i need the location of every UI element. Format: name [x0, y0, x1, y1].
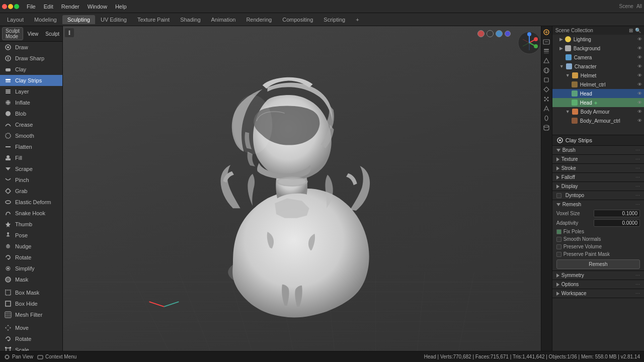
color-dot-dark[interactable]: [487, 30, 494, 37]
tool-thumb[interactable]: Thumb: [0, 219, 62, 230]
tool-rotate2[interactable]: Rotate: [0, 333, 62, 344]
tool-smooth[interactable]: Smooth: [0, 130, 62, 141]
character-eye-icon[interactable]: 👁: [637, 64, 642, 69]
tool-pose[interactable]: Pose: [0, 230, 62, 241]
color-dot-purple[interactable]: [505, 31, 511, 37]
helmet-ctrl-eye-icon[interactable]: 👁: [637, 82, 642, 87]
outliner-filter-icon[interactable]: ⊞: [629, 28, 633, 33]
view-layer-props-icon[interactable]: [542, 47, 550, 55]
tab-texture-paint[interactable]: Texture Paint: [132, 15, 175, 24]
physics-props-icon[interactable]: [542, 105, 550, 113]
outliner-item-head[interactable]: Head 👁: [552, 89, 644, 98]
data-props-icon[interactable]: [542, 124, 550, 132]
tool-elastic-deform[interactable]: Elastic Deform: [0, 197, 62, 208]
section-symmetry-header[interactable]: Symmetry ⋯: [552, 271, 644, 280]
tool-grab[interactable]: Grab: [0, 186, 62, 197]
tab-layout[interactable]: Layout: [2, 15, 29, 24]
menu-help[interactable]: Help: [112, 3, 130, 11]
section-stroke-header[interactable]: Stroke ⋯: [552, 164, 644, 172]
lighting-eye-icon[interactable]: 👁: [637, 37, 642, 42]
tool-crease[interactable]: Crease: [0, 119, 62, 130]
tool-mask[interactable]: Mask: [0, 274, 62, 285]
tab-compositing[interactable]: Compositing: [277, 15, 318, 24]
menu-window[interactable]: Window: [84, 3, 111, 11]
outliner-item-head-active[interactable]: Head ◆ 👁: [552, 98, 644, 107]
tool-move[interactable]: Move: [0, 322, 62, 333]
constraint-props-icon[interactable]: [542, 114, 550, 122]
viewport-menu-icon[interactable]: [65, 28, 74, 37]
preserve-paint-mask-checkbox[interactable]: [556, 252, 561, 257]
output-props-icon[interactable]: [542, 38, 550, 46]
minimize-button[interactable]: [8, 4, 13, 9]
tab-modeling[interactable]: Modeling: [29, 15, 62, 24]
header-sculpt[interactable]: Sculpt: [43, 31, 62, 37]
particle-props-icon[interactable]: [542, 95, 550, 103]
section-brush-header[interactable]: Brush ⋯: [552, 146, 644, 154]
background-eye-icon[interactable]: 👁: [637, 46, 642, 51]
scene-props-icon[interactable]: [542, 57, 550, 65]
outliner-item-body-armour-ctrl[interactable]: Body_Armour_ctrl 👁: [552, 116, 644, 125]
color-dot-red[interactable]: [477, 30, 485, 37]
voxel-size-input[interactable]: 0.1000: [594, 210, 640, 217]
tab-rendering[interactable]: Rendering: [241, 15, 277, 24]
color-dot-blue[interactable]: [496, 30, 503, 37]
tab-scripting[interactable]: Scripting: [318, 15, 350, 24]
section-texture-header[interactable]: Texture ⋯: [552, 155, 644, 163]
menu-edit[interactable]: Edit: [40, 3, 57, 11]
tool-nudge[interactable]: Nudge: [0, 241, 62, 252]
section-options-header[interactable]: Options ⋯: [552, 280, 644, 289]
head-active-eye-icon[interactable]: 👁: [637, 100, 642, 105]
viewport-gizmo[interactable]: [517, 30, 537, 50]
tool-rotate[interactable]: Rotate: [0, 252, 62, 263]
outliner-item-helmet[interactable]: ▼ Helmet 👁: [552, 71, 644, 80]
section-dyntopo-header[interactable]: Dyntopo ⋯: [552, 191, 644, 200]
tool-box-mask[interactable]: Box Mask: [0, 287, 62, 298]
camera-eye-icon[interactable]: 👁: [637, 55, 642, 60]
tool-flatten[interactable]: Flatten: [0, 141, 62, 152]
smooth-normals-checkbox[interactable]: [556, 237, 561, 242]
close-button[interactable]: [2, 4, 7, 9]
section-display-header[interactable]: Display ⋯: [552, 182, 644, 191]
outliner-item-background[interactable]: ▶ Background 👁: [552, 44, 644, 53]
tool-clay-strips[interactable]: Clay Strips: [0, 75, 62, 86]
tab-add[interactable]: +: [351, 15, 364, 24]
tool-scale[interactable]: Scale: [0, 344, 62, 351]
section-workspace-header[interactable]: Workspace ⋯: [552, 289, 644, 298]
tool-draw[interactable]: Draw: [0, 42, 62, 53]
helmet-eye-icon[interactable]: 👁: [637, 73, 642, 78]
object-props-icon[interactable]: [542, 76, 550, 84]
outliner-item-character[interactable]: ▼ Character 👁: [552, 62, 644, 71]
dyntopo-checkbox[interactable]: [556, 193, 561, 198]
outliner-search-icon[interactable]: 🔍: [635, 28, 641, 33]
outliner-item-body-armour[interactable]: ▼ Body Armour 👁: [552, 107, 644, 116]
remesh-button[interactable]: Remesh: [556, 259, 640, 269]
tool-box-hide[interactable]: Box Hide: [0, 298, 62, 309]
tab-sculpting[interactable]: Sculpting: [62, 15, 95, 24]
tool-mesh-filter[interactable]: Mesh Filter: [0, 309, 62, 320]
sculpt-mode-selector[interactable]: Sculpt Mode: [2, 27, 23, 40]
fix-poles-checkbox[interactable]: [556, 229, 561, 234]
maximize-button[interactable]: [14, 4, 19, 9]
menu-file[interactable]: File: [23, 3, 39, 11]
viewport[interactable]: [63, 26, 541, 351]
tool-scrape[interactable]: Scrape: [0, 163, 62, 174]
modifier-props-icon[interactable]: [542, 85, 550, 94]
tool-pinch[interactable]: Pinch: [0, 174, 62, 186]
outliner-item-camera[interactable]: Camera 👁: [552, 53, 644, 62]
tool-layer[interactable]: Layer: [0, 86, 62, 97]
tab-animation[interactable]: Animation: [206, 15, 241, 24]
world-props-icon[interactable]: [542, 66, 550, 74]
header-view[interactable]: View: [25, 31, 41, 37]
menu-render[interactable]: Render: [58, 3, 83, 11]
outliner-item-lighting[interactable]: ▶ Lighting 👁: [552, 35, 644, 44]
tool-draw-sharp[interactable]: Draw Sharp: [0, 53, 62, 64]
tool-simplify[interactable]: Simplify: [0, 263, 62, 274]
tool-blob[interactable]: Blob: [0, 108, 62, 119]
section-falloff-header[interactable]: Falloff ⋯: [552, 173, 644, 182]
tool-snake-hook[interactable]: Snake Hook: [0, 208, 62, 219]
tab-uv-editing[interactable]: UV Editing: [96, 15, 132, 24]
preserve-volume-checkbox[interactable]: [556, 244, 561, 249]
render-props-icon[interactable]: [542, 28, 550, 36]
tool-clay[interactable]: Clay: [0, 64, 62, 75]
body-armour-eye-icon[interactable]: 👁: [637, 109, 642, 114]
